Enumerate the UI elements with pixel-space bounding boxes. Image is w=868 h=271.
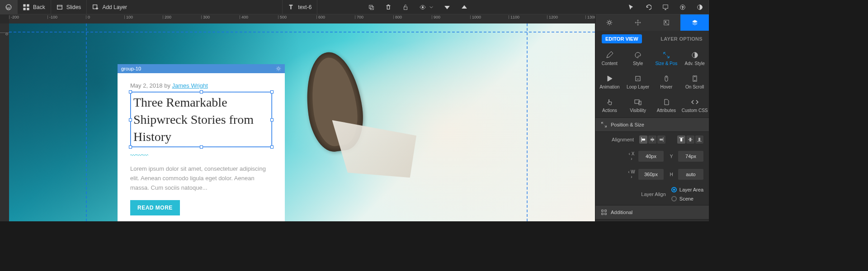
- back-label: Back: [33, 4, 45, 10]
- lock-button[interactable]: [397, 0, 414, 14]
- svg-rect-3: [24, 8, 25, 9]
- tab-size-pos[interactable]: Size & Pos: [652, 47, 681, 70]
- sidebar-top-tabs: [595, 14, 709, 31]
- media-tab[interactable]: [652, 14, 681, 31]
- visibility-button[interactable]: [414, 0, 439, 14]
- chevron-down-icon: [429, 4, 433, 10]
- triangle-down-icon: [444, 4, 450, 10]
- svg-rect-45: [602, 213, 604, 215]
- section-position-size[interactable]: Position & Size: [595, 117, 709, 132]
- add-layer-button[interactable]: Add Layer: [87, 0, 132, 14]
- tap-icon: [606, 98, 613, 106]
- svg-rect-1: [24, 4, 25, 6]
- tab-adv-style[interactable]: Adv. Style: [680, 47, 709, 70]
- contrast-button[interactable]: [691, 0, 708, 14]
- delete-button[interactable]: [380, 0, 397, 14]
- ruler-vertical: 0: [0, 23, 9, 221]
- resize-icon: [663, 51, 670, 59]
- tab-css[interactable]: Custom CSS: [680, 94, 709, 117]
- group-layer[interactable]: group-10 May 2, 2018 by James Wright Thr…: [118, 64, 285, 221]
- tab-actions[interactable]: Actions: [595, 94, 624, 117]
- ruler-horizontal: -200 -100 0 100 200 300 400 500 600 700 …: [9, 14, 595, 23]
- order-up-button[interactable]: [456, 0, 473, 14]
- radio-scene[interactable]: Scene: [671, 196, 703, 201]
- group-header[interactable]: group-10: [118, 64, 285, 73]
- right-sidebar: EDITOR VIEW LAYER OPTIONS Content Style …: [595, 14, 709, 221]
- align-h-left[interactable]: [639, 136, 647, 144]
- resize-handle-mr[interactable]: [270, 118, 274, 121]
- devices-icon: [634, 98, 642, 106]
- x-input[interactable]: [638, 151, 664, 162]
- code-icon: [691, 98, 698, 106]
- slides-button[interactable]: Slides: [51, 0, 87, 14]
- order-down-button[interactable]: [439, 0, 456, 14]
- w-input[interactable]: [638, 169, 664, 180]
- post-date: May 2, 2018: [130, 82, 163, 89]
- canvas[interactable]: group-10 May 2, 2018 by James Wright Thr…: [9, 23, 595, 221]
- svg-rect-36: [660, 139, 663, 140]
- selected-text-layer[interactable]: Three Remarkable Shipwreck Stories from …: [130, 92, 272, 147]
- workspace: -200 -100 0 100 200 300 400 500 600 700 …: [0, 14, 709, 221]
- wordpress-icon: [5, 4, 12, 10]
- align-v-top[interactable]: [677, 136, 685, 144]
- wordpress-logo[interactable]: [0, 0, 17, 14]
- preview-button[interactable]: [657, 0, 674, 14]
- section-additional[interactable]: Additional: [595, 205, 709, 220]
- pointer-tool[interactable]: [623, 0, 640, 14]
- tab-visibility[interactable]: Visibility: [624, 94, 652, 117]
- h-input[interactable]: [678, 169, 703, 180]
- help-button[interactable]: ?: [674, 0, 691, 14]
- align-h-right[interactable]: [657, 136, 665, 144]
- triangle-up-icon: [461, 4, 467, 10]
- resize-handle-tm[interactable]: [200, 90, 203, 93]
- layer-options-label[interactable]: LAYER OPTIONS: [660, 36, 703, 42]
- read-more-button[interactable]: READ MORE: [130, 200, 180, 215]
- undo-button[interactable]: [640, 0, 657, 14]
- tab-animation[interactable]: Animation: [595, 70, 624, 94]
- alignment-label: Alignment: [601, 137, 636, 142]
- radio-layer-area[interactable]: Layer Area: [671, 187, 703, 192]
- slide-background: [9, 23, 595, 221]
- tab-onscroll[interactable]: On Scroll: [680, 70, 709, 94]
- navigation-tab[interactable]: [624, 14, 652, 31]
- svg-rect-4: [27, 8, 29, 9]
- y-input[interactable]: [678, 151, 703, 162]
- tab-loop[interactable]: Loop Layer: [624, 70, 652, 94]
- svg-rect-40: [689, 138, 691, 141]
- back-button[interactable]: Back: [18, 0, 51, 14]
- post-title[interactable]: Three Remarkable Shipwreck Stories from …: [133, 94, 269, 145]
- group-gear-icon[interactable]: [276, 66, 281, 71]
- svg-rect-42: [698, 138, 700, 141]
- resize-handle-br[interactable]: [270, 145, 274, 149]
- guide-top[interactable]: [9, 32, 595, 33]
- undo-icon: [645, 4, 651, 10]
- settings-tab[interactable]: [595, 14, 624, 31]
- resize-handle-tr[interactable]: [270, 90, 274, 93]
- guide-right[interactable]: [527, 23, 528, 221]
- guide-left[interactable]: [86, 23, 87, 221]
- duplicate-button[interactable]: [363, 0, 380, 14]
- svg-rect-28: [693, 76, 697, 81]
- resize-handle-ml[interactable]: [129, 118, 132, 121]
- resize-handle-tl[interactable]: [129, 90, 132, 93]
- group-label: group-10: [121, 66, 141, 71]
- tab-style[interactable]: Style: [624, 47, 652, 70]
- tab-hover[interactable]: Hover: [652, 70, 681, 94]
- tab-attributes[interactable]: Attributes: [652, 94, 681, 117]
- tab-content[interactable]: Content: [595, 47, 624, 70]
- layers-tab[interactable]: [680, 14, 709, 31]
- image-icon: [663, 19, 670, 26]
- resize-handle-bl[interactable]: [129, 145, 132, 149]
- align-v-bottom[interactable]: [695, 136, 703, 144]
- align-h-center[interactable]: [648, 136, 656, 144]
- resize-handle-bm[interactable]: [200, 145, 203, 149]
- editor-view-pill[interactable]: EDITOR VIEW: [602, 34, 642, 43]
- selected-layer-indicator[interactable]: Ttext-6: [283, 0, 317, 14]
- svg-rect-12: [370, 6, 373, 9]
- canvas-area[interactable]: -200 -100 0 100 200 300 400 500 600 700 …: [0, 14, 595, 221]
- help-icon: ?: [679, 4, 686, 10]
- grid-icon: [23, 4, 29, 10]
- copy-icon: [368, 4, 374, 10]
- post-author-link[interactable]: James Wright: [172, 82, 208, 89]
- align-v-middle[interactable]: [686, 136, 694, 144]
